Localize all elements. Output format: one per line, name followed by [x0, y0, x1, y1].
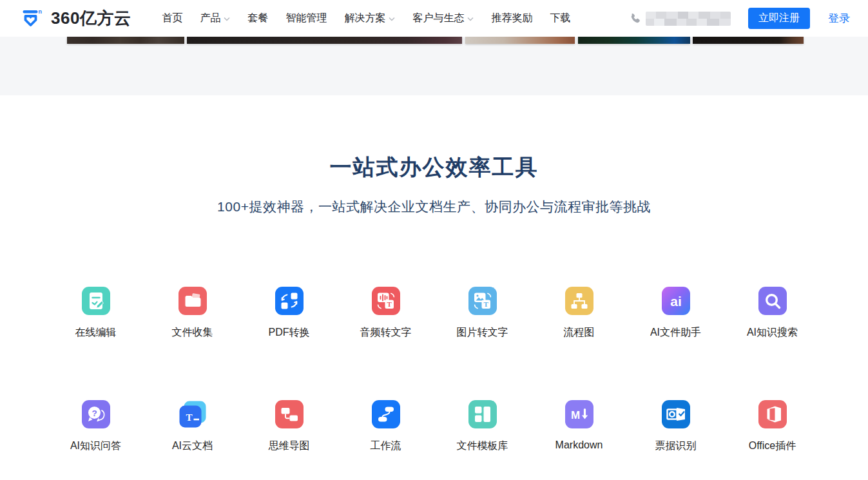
svg-text:T: T	[483, 300, 488, 308]
carousel-image-bottom-3[interactable]	[465, 37, 575, 44]
workflow-icon	[372, 400, 400, 428]
nav-item-1[interactable]: 首页	[162, 12, 182, 25]
svg-text:T: T	[387, 300, 392, 308]
nav-item-7[interactable]: 推荐奖励	[491, 12, 532, 25]
chevron-down-icon	[467, 17, 474, 21]
cloud-doc-icon: T	[178, 400, 207, 428]
tool-label: AI云文档	[172, 439, 213, 453]
nav-item-label: 客户与生态	[412, 12, 464, 25]
tool-card[interactable]: 工作流	[338, 400, 434, 453]
section-subtitle: 100+提效神器，一站式解决企业文档生产、协同办公与流程审批等挑战	[0, 198, 868, 216]
search-icon	[758, 287, 787, 315]
tool-card[interactable]: T音频转文字	[338, 287, 434, 340]
tool-label: AI知识问答	[70, 439, 121, 453]
nav-item-6[interactable]: 客户与生态	[412, 12, 474, 25]
doc-edit-icon	[82, 287, 110, 315]
tool-label: 音频转文字	[360, 326, 412, 340]
main-nav: 首页产品套餐智能管理解决方案客户与生态推荐奖励下载	[162, 12, 570, 25]
tools-section: 一站式办公效率工具 100+提效神器，一站式解决企业文档生产、协同办公与流程审批…	[0, 153, 868, 453]
tool-label: PDF转换	[269, 326, 310, 340]
tool-card[interactable]: MMarkdown	[531, 400, 628, 453]
tool-card[interactable]: 文件收集	[144, 287, 241, 340]
mindmap-icon	[275, 400, 304, 428]
tool-card[interactable]: PDF转换	[241, 287, 338, 340]
qa-bubble-icon: ?	[82, 400, 110, 428]
nav-item-5[interactable]: 解决方案	[344, 12, 395, 25]
carousel-image-bottom-1[interactable]	[67, 37, 184, 44]
tool-label: 票据识别	[655, 439, 697, 453]
nav-item-label: 智能管理	[285, 12, 327, 25]
login-link[interactable]: 登录	[828, 11, 850, 26]
register-button[interactable]: 立即注册	[748, 8, 810, 29]
nav-item-label: 首页	[162, 12, 182, 25]
folder-icon	[178, 287, 207, 315]
tool-label: 思维导图	[269, 439, 310, 453]
nav-item-label: 下载	[550, 12, 570, 25]
tool-card[interactable]: 思维导图	[241, 400, 338, 453]
contact-phone	[628, 12, 731, 26]
nav-item-label: 套餐	[247, 12, 268, 25]
svg-text:?: ?	[92, 408, 97, 418]
tool-card[interactable]: ?AI知识问答	[48, 400, 144, 453]
svg-text:T: T	[186, 412, 192, 423]
tool-card[interactable]: T图片转文字	[434, 287, 531, 340]
audio-to-text-icon: T	[372, 287, 400, 315]
yifangyun-logo-icon: n	[19, 6, 45, 32]
tool-card[interactable]: AI知识搜索	[724, 287, 821, 340]
nav-item-3[interactable]: 套餐	[247, 12, 268, 25]
tool-label: 在线编辑	[75, 326, 117, 340]
top-nav: n 360亿方云 首页产品套餐智能管理解决方案客户与生态推荐奖励下载 立即注册 …	[0, 0, 868, 37]
tool-card[interactable]: TAI云文档	[144, 400, 241, 453]
flowchart-icon	[565, 287, 593, 315]
tool-label: 工作流	[371, 439, 401, 453]
office-logo-icon	[758, 400, 787, 428]
brand-logo[interactable]: n 360亿方云	[19, 6, 131, 32]
svg-text:n: n	[39, 8, 43, 14]
chevron-down-icon	[224, 17, 230, 21]
carousel-image-bottom-5[interactable]	[693, 37, 804, 44]
header-right: 立即注册 登录	[628, 8, 850, 29]
carousel-band	[0, 37, 868, 95]
chevron-down-icon	[389, 17, 395, 21]
section-title: 一站式办公效率工具	[0, 153, 868, 182]
svg-text:ai: ai	[670, 294, 682, 309]
tool-card[interactable]: 文件模板库	[434, 400, 531, 453]
template-grid-icon	[468, 400, 497, 428]
carousel-image-bottom-4[interactable]	[578, 37, 690, 44]
nav-item-label: 推荐奖励	[491, 12, 532, 25]
tool-label: AI文件助手	[650, 326, 701, 340]
convert-arrows-icon	[275, 287, 304, 315]
nav-item-label: 解决方案	[344, 12, 385, 25]
nav-item-8[interactable]: 下载	[550, 12, 570, 25]
tool-card[interactable]: 票据识别	[628, 400, 724, 453]
tool-label: 流程图	[564, 326, 595, 340]
tool-card[interactable]: 在线编辑	[48, 287, 144, 340]
tool-label: 文件收集	[172, 326, 213, 340]
brand-name: 360亿方云	[51, 7, 131, 30]
phone-number-redacted	[646, 12, 731, 26]
tool-label: Office插件	[749, 439, 796, 453]
tool-card[interactable]: Office插件	[724, 400, 821, 453]
receipt-outlook-icon	[662, 400, 690, 428]
tool-card[interactable]: aiAI文件助手	[628, 287, 724, 340]
tool-label: 图片转文字	[457, 326, 508, 340]
ai-letters-icon: ai	[662, 287, 690, 315]
nav-item-4[interactable]: 智能管理	[285, 12, 327, 25]
tools-grid: 在线编辑文件收集PDF转换T音频转文字T图片转文字流程图aiAI文件助手AI知识…	[48, 287, 821, 453]
tool-card[interactable]: 流程图	[531, 287, 628, 340]
tool-label: Markdown	[555, 439, 603, 451]
nav-item-label: 产品	[200, 12, 220, 25]
image-to-text-icon: T	[468, 287, 497, 315]
markdown-icon: M	[565, 400, 593, 428]
nav-item-2[interactable]: 产品	[200, 12, 230, 25]
tool-label: AI知识搜索	[747, 326, 798, 340]
tool-label: 文件模板库	[457, 439, 508, 453]
phone-icon	[628, 12, 641, 25]
svg-text:M: M	[571, 409, 580, 421]
carousel-image-bottom-2[interactable]	[187, 37, 462, 44]
